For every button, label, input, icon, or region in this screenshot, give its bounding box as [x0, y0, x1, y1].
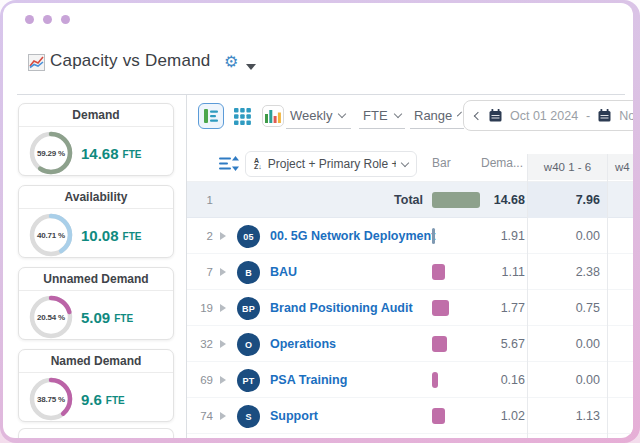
expand-chevron-icon[interactable] — [220, 412, 226, 420]
donut-chart: 38.75 % — [28, 376, 74, 422]
project-name-link[interactable]: 00. 5G Network Deployment — [270, 218, 435, 254]
total-label: Total — [327, 182, 423, 218]
demand-value: 1.77 — [457, 290, 525, 326]
project-badge: B — [237, 261, 260, 284]
chevron-down-icon — [393, 110, 401, 118]
demand-value: 14.68 — [457, 182, 525, 218]
window-dot[interactable] — [61, 15, 70, 24]
metric-value: 14.68 — [81, 145, 119, 162]
view-toggle-grid[interactable] — [229, 103, 255, 129]
expand-chevron-icon[interactable] — [220, 304, 226, 312]
date-end[interactable]: No — [619, 109, 633, 123]
metric-card-demand: Demand 59.29 % 14.68FTE — [18, 103, 174, 176]
view-toggle-gantt[interactable] — [198, 103, 224, 129]
demand-bar — [432, 372, 438, 388]
window-frame: Capacity vs Demand ⚙ Demand 59.29 % 14.6… — [0, 0, 640, 443]
week-value: 2.38 — [537, 254, 600, 290]
group-by-select[interactable]: AZ↓ Project + Primary Role +... — [245, 151, 417, 177]
project-name-link[interactable]: PSA Training — [270, 362, 347, 398]
metric-label: Availability — [19, 186, 173, 209]
select-unit[interactable]: FTE — [359, 103, 405, 129]
metric-card-named-demand: Named Demand 38.75 % 9.6FTE — [18, 349, 174, 422]
project-name-link[interactable]: Brand Positioning Audit — [270, 290, 413, 326]
metric-percent: 40.71 % — [28, 212, 74, 258]
table-row: 32 O Operations 5.67 0.00 — [187, 326, 633, 362]
metric-unit: FTE — [106, 392, 125, 406]
row-number: 19 — [195, 290, 213, 326]
select-unit-value: FTE — [363, 108, 388, 123]
column-header-demand: Dema... — [463, 156, 523, 170]
expand-chevron-icon[interactable] — [220, 340, 226, 348]
metric-percent: 38.75 % — [28, 376, 74, 422]
metric-label: Demand — [19, 104, 173, 127]
title-dropdown-caret-icon[interactable] — [246, 64, 256, 70]
demand-value: 1.91 — [457, 218, 525, 254]
grid-view-icon — [234, 108, 251, 125]
select-interval-value: Weekly — [290, 108, 332, 123]
sort-az-icon: AZ↓ — [254, 158, 262, 170]
week-value: 0.00 — [537, 362, 600, 398]
expand-chevron-icon[interactable] — [220, 268, 226, 276]
table-total-row: 1 Total 14.68 7.96 — [187, 182, 633, 218]
metric-unit: FTE — [123, 228, 142, 242]
prev-period-chevron-icon[interactable] — [474, 111, 482, 119]
bar-chart-view-icon — [262, 105, 284, 127]
demand-value: 5.67 — [457, 326, 525, 362]
metric-card-partial — [18, 428, 174, 438]
expand-chevron-icon[interactable] — [220, 232, 226, 240]
week-column-header: w40 1 - 6 — [528, 154, 607, 180]
project-badge: BP — [237, 297, 260, 320]
metric-unit: FTE — [114, 310, 133, 324]
metric-unit: FTE — [123, 146, 142, 160]
gantt-view-icon — [203, 108, 219, 124]
project-name-link[interactable]: Support — [270, 398, 318, 434]
column-separator — [527, 154, 528, 438]
table-row: 2 05 00. 5G Network Deployment 1.91 0.00 — [187, 218, 633, 254]
date-start[interactable]: Oct 01 2024 — [510, 109, 578, 123]
column-separator — [607, 154, 608, 438]
calendar-icon — [598, 109, 611, 122]
table-row: 19 BP Brand Positioning Audit 1.77 0.75 — [187, 290, 633, 326]
select-range[interactable]: Range — [410, 103, 464, 129]
donut-chart: 20.54 % — [28, 294, 74, 340]
row-number: 7 — [195, 254, 213, 290]
demand-bar — [432, 264, 445, 280]
project-name-link[interactable]: Operations — [270, 326, 336, 362]
column-header-bar: Bar — [432, 156, 451, 170]
demand-bar — [432, 300, 449, 316]
row-number: 32 — [195, 326, 213, 362]
metric-value: 5.09 — [81, 309, 110, 326]
demand-bar — [432, 408, 445, 424]
project-name-link[interactable]: BAU — [270, 254, 297, 290]
view-toggle-chart[interactable] — [260, 103, 286, 129]
donut-chart: 40.71 % — [28, 212, 74, 258]
demand-value: 1.02 — [457, 398, 525, 434]
app-window: Capacity vs Demand ⚙ Demand 59.29 % 14.6… — [3, 3, 633, 438]
metric-label: Unnamed Demand — [19, 268, 173, 291]
chevron-down-icon — [457, 112, 462, 117]
window-controls — [25, 15, 70, 24]
week-value: 1.13 — [537, 398, 600, 434]
metric-value: 10.08 — [81, 227, 119, 244]
expand-chevron-icon[interactable] — [220, 376, 226, 384]
window-dot[interactable] — [43, 15, 52, 24]
settings-gear-icon[interactable]: ⚙ — [224, 52, 238, 71]
demand-value: 1.11 — [457, 254, 525, 290]
row-number: 74 — [195, 398, 213, 434]
date-range-picker[interactable]: Oct 01 2024 - No — [463, 100, 633, 131]
sort-button[interactable] — [219, 156, 239, 175]
row-number: 2 — [195, 218, 213, 254]
header-divider — [17, 94, 625, 95]
row-number: 1 — [195, 182, 213, 218]
window-dot[interactable] — [25, 15, 34, 24]
chevron-down-icon — [338, 110, 346, 118]
project-badge: O — [237, 333, 260, 356]
metric-card-unnamed-demand: Unnamed Demand 20.54 % 5.09FTE — [18, 267, 174, 340]
calendar-icon — [489, 109, 502, 122]
project-badge: PT — [237, 369, 260, 392]
week-value: 0.00 — [537, 326, 600, 362]
line-chart-icon — [28, 54, 45, 71]
metric-label: Named Demand — [19, 350, 173, 373]
demand-value: 0.16 — [457, 362, 525, 398]
select-interval[interactable]: Weekly — [286, 103, 351, 129]
